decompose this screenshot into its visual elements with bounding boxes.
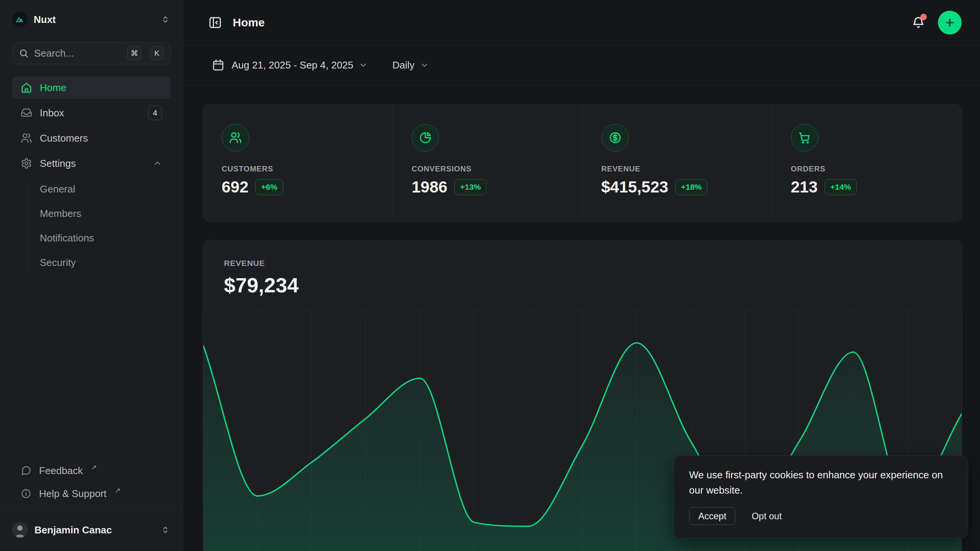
- stat-delta-badge: +13%: [454, 179, 487, 195]
- info-icon: [21, 488, 31, 499]
- sidebar-item-home[interactable]: Home: [12, 77, 170, 99]
- date-range-value: Aug 21, 2025 - Sep 4, 2025: [232, 59, 353, 71]
- sidebar-item-members[interactable]: Members: [12, 203, 170, 224]
- cookie-accept-button[interactable]: Accept: [689, 507, 735, 525]
- gear-icon: [21, 158, 32, 169]
- page-title: Home: [233, 16, 911, 29]
- sidebar-item-label: Settings: [40, 158, 76, 170]
- revenue-chart-value: $79,234: [224, 273, 941, 297]
- stat-value: 213: [791, 178, 818, 196]
- search-input[interactable]: Search... ⌘ K: [12, 42, 170, 64]
- settings-submenu: General Members Notifications Security: [12, 178, 170, 273]
- filters-toolbar: Aug 21, 2025 - Sep 4, 2025 Daily: [183, 45, 980, 85]
- main-area: Home Aug 21, 2025 - Sep 4, 2025: [183, 0, 980, 551]
- stat-label: CONVERSIONS: [412, 165, 571, 173]
- cookie-message: We use first-party cookies to enhance yo…: [689, 467, 952, 498]
- inbox-icon: [21, 107, 32, 119]
- kbd-cmd: ⌘: [127, 46, 142, 60]
- sidebar-divider: [0, 512, 183, 512]
- sidebar-item-notifications[interactable]: Notifications: [12, 227, 170, 249]
- pie-chart-icon: [412, 124, 439, 152]
- sidebar-item-settings[interactable]: Settings: [12, 152, 170, 174]
- chevron-up-down-icon: [160, 15, 170, 24]
- external-link-icon: ↗: [91, 463, 97, 472]
- shopping-cart-icon: [791, 124, 818, 152]
- sidebar: Nuxt Search... ⌘ K Home: [0, 0, 183, 551]
- stat-customers[interactable]: CUSTOMERS 692 +6%: [203, 105, 393, 221]
- help-support-link[interactable]: Help & Support ↗: [12, 483, 170, 504]
- stat-conversions[interactable]: CONVERSIONS 1986 +13%: [393, 105, 582, 221]
- page-header: Home: [183, 0, 980, 45]
- stat-delta-badge: +18%: [675, 179, 707, 195]
- users-icon: [21, 132, 32, 144]
- sidebar-item-label: Inbox: [40, 107, 64, 119]
- nuxt-logo-icon: [12, 12, 28, 27]
- stat-value: $415,523: [601, 178, 668, 196]
- sidebar-nav: Home Inbox 4 Customers: [12, 77, 170, 273]
- stat-orders[interactable]: ORDERS 213 +14%: [772, 105, 962, 221]
- sidebar-collapse-icon[interactable]: [208, 16, 222, 29]
- granularity-value: Daily: [392, 59, 415, 71]
- kbd-k: K: [150, 46, 164, 60]
- user-name: Benjamin Canac: [34, 524, 154, 536]
- chevron-up-down-icon: [160, 525, 170, 535]
- chevron-down-icon: [359, 60, 368, 70]
- feedback-label: Feedback: [39, 465, 83, 477]
- notification-dot: [920, 14, 927, 20]
- stat-value: 692: [222, 178, 248, 196]
- revenue-chart-label: REVENUE: [224, 258, 941, 269]
- stat-revenue[interactable]: REVENUE $415,523 +18%: [583, 105, 772, 221]
- cookie-banner: We use first-party cookies to enhance yo…: [673, 455, 968, 538]
- user-menu[interactable]: Benjamin Canac: [12, 519, 170, 541]
- help-support-label: Help & Support: [39, 488, 106, 500]
- add-button[interactable]: [938, 11, 962, 34]
- sidebar-item-label: Customers: [40, 132, 88, 144]
- date-range-picker[interactable]: Aug 21, 2025 - Sep 4, 2025: [212, 59, 368, 72]
- home-icon: [21, 82, 32, 93]
- chevron-up-icon: [153, 159, 162, 168]
- avatar: [12, 522, 28, 538]
- stat-delta-badge: +14%: [825, 179, 857, 195]
- sidebar-item-general[interactable]: General: [12, 178, 170, 200]
- cookie-optout-button[interactable]: Opt out: [751, 511, 782, 522]
- stat-label: ORDERS: [791, 165, 950, 173]
- search-icon: [19, 48, 29, 58]
- stats-row: CUSTOMERS 692 +6% CONVERSIONS 1986 +13%: [203, 104, 962, 222]
- external-link-icon: ↗: [114, 486, 121, 495]
- notifications-bell-icon[interactable]: [911, 15, 926, 30]
- team-name: Nuxt: [34, 14, 154, 26]
- message-circle-icon: [21, 465, 31, 476]
- stat-label: CUSTOMERS: [222, 165, 381, 173]
- search-placeholder: Search...: [34, 47, 122, 59]
- circle-dollar-icon: [601, 124, 629, 152]
- inbox-count-badge: 4: [148, 106, 162, 120]
- team-switcher[interactable]: Nuxt: [12, 8, 170, 31]
- feedback-link[interactable]: Feedback ↗: [12, 460, 170, 481]
- calendar-icon: [212, 59, 225, 72]
- stat-label: REVENUE: [601, 165, 761, 173]
- sidebar-item-inbox[interactable]: Inbox 4: [12, 102, 170, 124]
- sidebar-item-customers[interactable]: Customers: [12, 127, 170, 149]
- stat-delta-badge: +6%: [255, 179, 283, 195]
- sidebar-item-label: Home: [40, 82, 66, 94]
- sidebar-footer-links: Feedback ↗ Help & Support ↗: [12, 460, 170, 504]
- sidebar-spacer: [12, 273, 170, 460]
- granularity-select[interactable]: Daily: [392, 59, 429, 71]
- stat-value: 1986: [412, 178, 447, 196]
- chevron-down-icon: [420, 60, 429, 70]
- users-icon: [222, 124, 249, 152]
- sidebar-item-security[interactable]: Security: [12, 252, 170, 273]
